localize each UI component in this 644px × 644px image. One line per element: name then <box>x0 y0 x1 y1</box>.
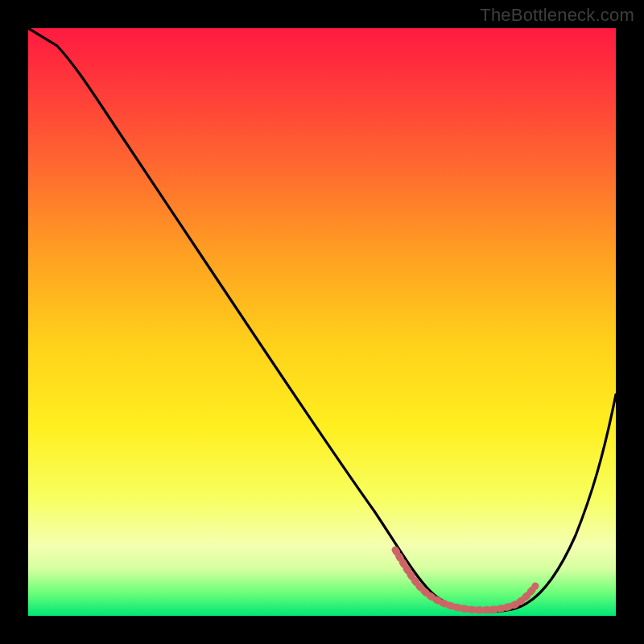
trough-marker <box>395 550 535 610</box>
curve-path <box>28 28 616 612</box>
chart-frame: TheBottleneck.com <box>0 0 644 644</box>
plot-area <box>28 28 616 616</box>
watermark-text: TheBottleneck.com <box>480 5 634 26</box>
bottleneck-curve <box>28 28 616 616</box>
